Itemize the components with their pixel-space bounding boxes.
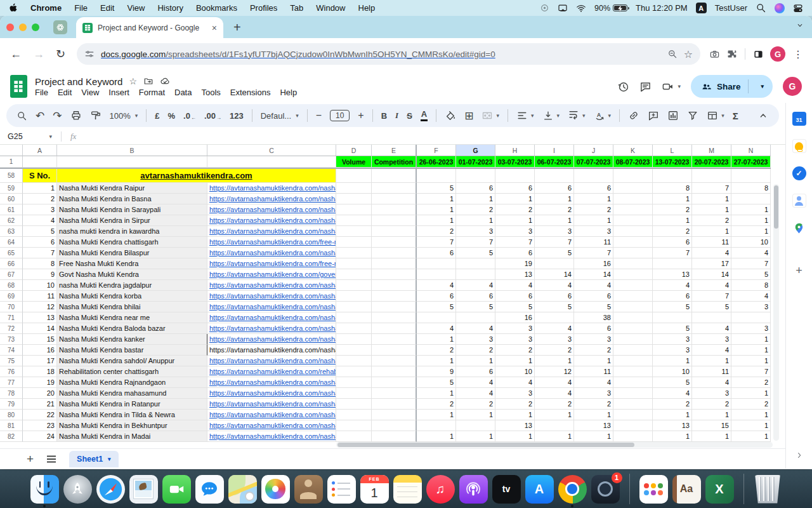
value-cell[interactable]: 38 xyxy=(574,312,613,323)
value-cell[interactable]: 1 xyxy=(731,215,771,226)
value-cell[interactable] xyxy=(731,194,771,204)
value-cell[interactable]: 13 xyxy=(653,420,692,431)
row-header[interactable]: 78 xyxy=(0,388,23,399)
serial-cell[interactable]: 13 xyxy=(23,312,57,323)
value-cell[interactable]: 8 xyxy=(731,183,771,194)
url-cell[interactable]: https://avtarnashamuktikendra.com/free-n… xyxy=(207,237,336,248)
currency-format-icon[interactable]: £ xyxy=(155,111,159,121)
value-cell[interactable]: 1 xyxy=(653,431,692,442)
column-header[interactable]: C xyxy=(207,145,336,156)
value-cell[interactable]: 11 xyxy=(574,237,613,248)
column-header[interactable]: M xyxy=(692,145,731,156)
value-cell[interactable] xyxy=(613,345,653,356)
value-cell[interactable]: 2 xyxy=(574,399,613,410)
value-cell[interactable]: 15 xyxy=(692,420,731,431)
value-cell[interactable]: 2 xyxy=(456,204,495,215)
keyword-cell[interactable]: Nasha Mukti Kendra sahdol/ Anuppur xyxy=(57,356,207,366)
increase-font-size-icon[interactable]: + xyxy=(358,110,363,121)
dock-contacts-icon[interactable] xyxy=(294,475,323,504)
siri-icon[interactable] xyxy=(775,3,785,13)
keyword-cell[interactable]: Nasha Mukti Kendra Bilaspur xyxy=(57,248,207,258)
value-cell[interactable]: 1 xyxy=(495,410,535,420)
value-cell[interactable]: 1 xyxy=(456,356,495,366)
value-cell[interactable]: 1 xyxy=(574,356,613,366)
menu-bar-username[interactable]: TestUser xyxy=(715,3,747,13)
value-cell[interactable] xyxy=(613,312,653,323)
value-cell[interactable]: 2 xyxy=(731,377,771,388)
keyword-cell[interactable]: Nasha Mukti Kendra Baloda bazar xyxy=(57,323,207,334)
value-cell[interactable] xyxy=(613,226,653,237)
value-cell[interactable]: 1 xyxy=(574,410,613,420)
undo-icon[interactable]: ↶ xyxy=(36,110,44,121)
sheets-menu-format[interactable]: Format xyxy=(139,88,165,97)
cell[interactable] xyxy=(336,204,372,215)
value-cell[interactable]: 4 xyxy=(692,377,731,388)
serial-cell[interactable]: 6 xyxy=(23,237,57,248)
value-cell[interactable] xyxy=(613,237,653,248)
reload-button[interactable]: ↻ xyxy=(53,48,68,60)
value-cell[interactable]: 4 xyxy=(495,377,535,388)
row-header[interactable]: 72 xyxy=(0,323,23,334)
value-cell[interactable] xyxy=(456,258,495,269)
value-cell[interactable]: 4 xyxy=(535,280,574,291)
value-cell[interactable] xyxy=(535,312,574,323)
value-cell[interactable]: 5 xyxy=(692,302,731,312)
value-cell[interactable]: 7 xyxy=(692,291,731,302)
menu-view[interactable]: View xyxy=(127,3,145,13)
value-cell[interactable]: 1 xyxy=(456,431,495,442)
paint-format-icon[interactable] xyxy=(90,110,102,121)
value-cell[interactable]: 3 xyxy=(731,323,771,334)
cell[interactable] xyxy=(372,291,417,302)
value-cell[interactable] xyxy=(613,258,653,269)
value-cell[interactable]: 2 xyxy=(535,204,574,215)
contacts-panel-icon[interactable] xyxy=(792,194,806,208)
battery-indicator[interactable]: 90% xyxy=(594,4,627,13)
wifi-icon[interactable] xyxy=(576,3,586,13)
strikethrough-icon[interactable]: S xyxy=(407,111,412,121)
value-cell[interactable]: 1 xyxy=(535,356,574,366)
value-cell[interactable] xyxy=(613,323,653,334)
redo-icon[interactable]: ↷ xyxy=(53,110,62,121)
url-cell[interactable]: https://avtarnashamuktikendra.com/nasha- xyxy=(207,204,336,215)
value-cell[interactable] xyxy=(613,248,653,258)
value-cell[interactable] xyxy=(613,269,653,280)
value-cell[interactable]: 1 xyxy=(731,204,771,215)
back-button[interactable]: ← xyxy=(8,48,24,60)
value-cell[interactable]: 4 xyxy=(692,248,731,258)
serial-cell[interactable]: 10 xyxy=(23,280,57,291)
column-header[interactable]: N xyxy=(731,145,771,156)
serial-cell[interactable]: 9 xyxy=(23,269,57,280)
value-cell[interactable]: 10 xyxy=(653,366,692,377)
value-cell[interactable] xyxy=(613,410,653,420)
sheet-tab[interactable]: Sheet1▾ xyxy=(69,451,119,467)
value-cell[interactable]: 1 xyxy=(692,204,731,215)
cell[interactable] xyxy=(372,194,417,204)
control-center-icon[interactable] xyxy=(793,3,803,13)
value-cell[interactable]: 4 xyxy=(456,388,495,399)
tab-close-icon[interactable]: × xyxy=(212,23,217,32)
column-header[interactable]: B xyxy=(57,145,207,156)
cell[interactable] xyxy=(336,183,372,194)
value-cell[interactable]: 7 xyxy=(731,258,771,269)
value-cell[interactable]: 2 xyxy=(535,345,574,356)
document-saved-status-icon[interactable] xyxy=(160,76,170,86)
column-header[interactable]: I xyxy=(535,145,574,156)
cell[interactable] xyxy=(372,399,417,410)
cell[interactable] xyxy=(336,356,372,366)
value-cell[interactable]: 4 xyxy=(535,388,574,399)
dock-facetime-icon[interactable] xyxy=(162,475,191,504)
url-cell[interactable]: https://avtarnashamuktikendra.com/rehabi xyxy=(207,366,336,377)
value-cell[interactable]: 1 xyxy=(417,388,456,399)
share-button[interactable]: Share ▾ xyxy=(691,75,773,98)
value-cell[interactable]: 1 xyxy=(692,431,731,442)
sheets-menu-tools[interactable]: Tools xyxy=(201,88,220,97)
value-cell[interactable]: 3 xyxy=(535,334,574,345)
row-header[interactable]: 65 xyxy=(0,248,23,258)
serial-cell[interactable]: 23 xyxy=(23,420,57,431)
sheets-menu-extensions[interactable]: Extensions xyxy=(230,88,271,97)
value-cell[interactable] xyxy=(613,183,653,194)
value-cell[interactable]: 2 xyxy=(456,345,495,356)
column-header[interactable]: K xyxy=(613,145,653,156)
value-cell[interactable]: 4 xyxy=(456,323,495,334)
row-header[interactable]: 77 xyxy=(0,377,23,388)
